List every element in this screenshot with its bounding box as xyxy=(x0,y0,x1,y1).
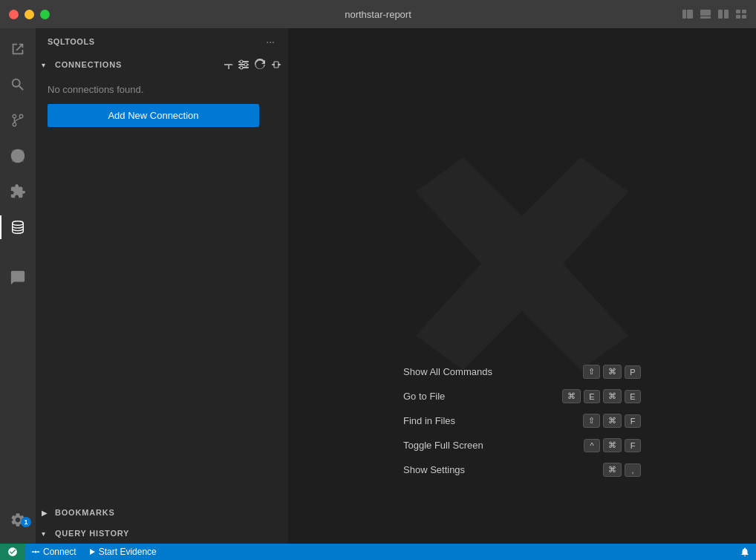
svg-rect-24 xyxy=(32,551,35,553)
shortcut-show-settings-label: Show Settings xyxy=(403,464,465,475)
svg-rect-1 xyxy=(687,10,693,19)
svg-point-10 xyxy=(13,123,16,126)
disconnect-all-icon[interactable] xyxy=(270,59,282,71)
shortcut-go-to-file-keys: ⌘ E ⌘ E xyxy=(562,389,641,403)
key-cmd: ⌘ xyxy=(603,365,622,379)
panel-toggle-icon[interactable] xyxy=(700,8,711,20)
svg-rect-25 xyxy=(37,551,40,553)
shortcut-find-in-files-label: Find in Files xyxy=(403,415,455,426)
key-p: P xyxy=(625,365,641,379)
query-history-chevron-icon: ▾ xyxy=(42,530,52,538)
connect-icon xyxy=(31,547,40,556)
refresh-connections-icon[interactable] xyxy=(254,59,266,71)
svg-point-20 xyxy=(240,66,243,69)
window-controls xyxy=(9,10,50,19)
shortcut-show-settings: Show Settings ⌘ , xyxy=(403,463,641,477)
shortcuts-container: Show All Commands ⇧ ⌘ P Go to File ⌘ E ⌘… xyxy=(403,365,641,477)
sidebar-spacer xyxy=(36,130,288,499)
status-notifications-item[interactable] xyxy=(734,547,756,557)
bookmarks-section-header[interactable]: ▶ BOOKMARKS xyxy=(36,502,288,523)
connections-section-header[interactable]: ▾ CONNECTIONS xyxy=(36,54,288,75)
activity-item-database[interactable] xyxy=(0,209,36,245)
activity-item-chat[interactable] xyxy=(0,260,36,296)
svg-point-18 xyxy=(240,60,243,63)
window-title: northstar-report xyxy=(345,9,411,20)
editor-layout-icon[interactable] xyxy=(717,8,729,20)
key-cmd4: ⌘ xyxy=(603,438,622,452)
activity-item-explorer[interactable] xyxy=(0,31,36,67)
shortcut-show-all-commands-keys: ⇧ ⌘ P xyxy=(583,365,641,379)
key-shift: ⇧ xyxy=(583,365,600,379)
settings-badge: 1 xyxy=(21,517,31,527)
connections-content: No connections found. Add New Connection xyxy=(36,75,288,130)
maximize-button[interactable] xyxy=(40,10,50,19)
shortcut-go-to-file: Go to File ⌘ E ⌘ E xyxy=(403,389,641,403)
status-start-evidence-item[interactable]: Start Evidence xyxy=(82,544,163,560)
sidebar: SQLTOOLS ··· ▾ CONNECTIONS xyxy=(36,28,288,544)
status-connect-item[interactable]: Connect xyxy=(25,544,82,560)
activity-item-source-control[interactable] xyxy=(0,102,36,138)
bookmarks-section-label: BOOKMARKS xyxy=(55,508,115,517)
svg-rect-9 xyxy=(742,15,746,19)
title-bar: northstar-report xyxy=(0,0,756,28)
shortcut-show-all-commands: Show All Commands ⇧ ⌘ P xyxy=(403,365,641,379)
status-bar-left: Connect Start Evidence xyxy=(0,544,163,560)
key-cmd1: ⌘ xyxy=(562,389,581,403)
connections-section: ▾ CONNECTIONS xyxy=(36,54,288,130)
shortcut-toggle-full-screen: Toggle Full Screen ^ ⌘ F xyxy=(403,438,641,452)
query-history-section-header[interactable]: ▾ QUERY HISTORY xyxy=(36,523,288,544)
svg-rect-4 xyxy=(718,10,723,19)
no-connections-label: No connections found. xyxy=(48,78,276,104)
connect-label: Connect xyxy=(43,547,76,557)
key-e2: E xyxy=(625,390,641,403)
notifications-icon xyxy=(740,547,750,557)
query-history-section-label: QUERY HISTORY xyxy=(55,529,129,538)
main-content: 1 SQLTOOLS ··· ▾ CONNECTIONS xyxy=(0,28,756,544)
svg-rect-2 xyxy=(700,10,711,16)
sidebar-header-actions: ··· xyxy=(264,34,276,49)
vscode-logo-watermark xyxy=(403,145,641,382)
shortcut-show-all-commands-label: Show All Commands xyxy=(403,366,492,377)
shortcut-find-in-files-keys: ⇧ ⌘ F xyxy=(583,414,641,428)
svg-point-26 xyxy=(35,551,37,553)
svg-point-12 xyxy=(13,114,16,118)
title-bar-right-icons xyxy=(682,8,747,20)
key-e1: E xyxy=(584,390,600,403)
activity-item-extensions[interactable] xyxy=(0,174,36,209)
new-connection-icon[interactable] xyxy=(221,59,233,71)
key-cmd2: ⌘ xyxy=(603,389,622,403)
shortcut-go-to-file-label: Go to File xyxy=(403,391,445,402)
activity-bar-bottom: 1 xyxy=(0,502,36,544)
connections-chevron-icon: ▾ xyxy=(42,61,52,69)
editor-area: Show All Commands ⇧ ⌘ P Go to File ⌘ E ⌘… xyxy=(288,28,756,544)
shortcut-toggle-full-screen-label: Toggle Full Screen xyxy=(403,440,483,451)
sidebar-panel-header: SQLTOOLS ··· xyxy=(36,28,288,54)
add-new-connection-button[interactable]: Add New Connection xyxy=(48,104,259,127)
key-f2: F xyxy=(625,439,641,452)
start-evidence-label: Start Evidence xyxy=(99,547,157,557)
svg-rect-3 xyxy=(700,16,711,19)
close-button[interactable] xyxy=(9,10,19,19)
remote-icon xyxy=(7,547,18,557)
minimize-button[interactable] xyxy=(25,10,34,19)
sidebar-toggle-icon[interactable] xyxy=(682,8,694,20)
key-comma: , xyxy=(625,463,641,477)
more-actions-icon[interactable]: ··· xyxy=(264,34,276,49)
status-remote-item[interactable] xyxy=(0,544,25,560)
connections-section-label: CONNECTIONS xyxy=(55,60,122,69)
svg-rect-6 xyxy=(736,10,740,13)
key-ctrl: ^ xyxy=(584,439,600,452)
activity-item-settings[interactable]: 1 xyxy=(0,502,36,538)
connections-toolbar xyxy=(221,59,282,71)
shortcut-find-in-files: Find in Files ⇧ ⌘ F xyxy=(403,414,641,428)
key-cmd3: ⌘ xyxy=(603,414,622,428)
shortcut-show-settings-keys: ⌘ , xyxy=(603,463,641,477)
activity-item-run-debug[interactable] xyxy=(0,138,36,174)
status-bar-right xyxy=(734,547,756,557)
key-cmd5: ⌘ xyxy=(603,463,622,477)
bookmarks-section: ▶ BOOKMARKS xyxy=(36,502,288,523)
customize-layout-icon[interactable] xyxy=(735,8,747,20)
activity-item-search[interactable] xyxy=(0,67,36,102)
bookmarks-chevron-icon: ▶ xyxy=(42,509,52,517)
connection-settings-icon[interactable] xyxy=(238,59,250,71)
